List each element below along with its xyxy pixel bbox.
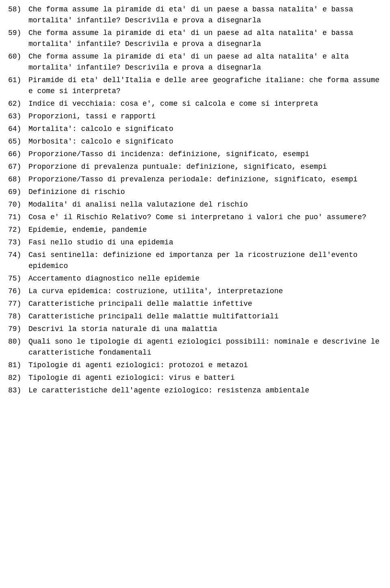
item-text: Che forma assume la piramide di eta' di … — [28, 28, 382, 50]
item-number: 65) — [8, 136, 28, 147]
item-number: 64) — [8, 124, 28, 135]
item-text: Descrivi la storia naturale di una malat… — [28, 324, 382, 335]
item-text: Indice di vecchiaia: cosa e', come si ca… — [28, 98, 382, 109]
list-item: 66)Proporzione/Tasso di incidenza: defin… — [8, 149, 382, 160]
item-text: Piramide di eta' dell'Italia e delle are… — [28, 75, 382, 97]
list-item: 77)Caratteristiche principali delle mala… — [8, 298, 382, 309]
list-item: 70)Modalita' di analisi nella valutazion… — [8, 199, 382, 210]
list-item: 75)Accertamento diagnostico nelle epidem… — [8, 273, 382, 284]
item-text: Le caratteristiche dell'agente eziologic… — [28, 385, 382, 396]
list-item: 71)Cosa e' il Rischio Relativo? Come si … — [8, 212, 382, 223]
item-number: 61) — [8, 75, 28, 86]
item-number: 68) — [8, 174, 28, 185]
item-text: Epidemie, endemie, pandemie — [28, 224, 382, 235]
item-number: 79) — [8, 324, 28, 335]
list-item: 64)Mortalita': calcolo e significato — [8, 124, 382, 135]
item-text: Caratteristiche principali delle malatti… — [28, 311, 382, 322]
list-item: 81)Tipologie di agenti eziologici: proto… — [8, 360, 382, 371]
item-number: 72) — [8, 224, 28, 235]
item-number: 60) — [8, 51, 28, 62]
item-number: 76) — [8, 286, 28, 297]
item-text: Tipologie di agenti eziologici: protozoi… — [28, 360, 382, 371]
item-number: 69) — [8, 187, 28, 198]
item-text: La curva epidemica: costruzione, utilita… — [28, 286, 382, 297]
item-text: Proporzione di prevalenza puntuale: defi… — [28, 161, 382, 172]
list-item: 82)Tipologie di agenti eziologici: virus… — [8, 372, 382, 383]
item-text: Definizione di rischio — [28, 187, 382, 198]
item-text: Casi sentinella: definizione ed importan… — [28, 250, 382, 272]
item-number: 59) — [8, 28, 28, 39]
list-item: 73)Fasi nello studio di una epidemia — [8, 237, 382, 248]
item-text: Che forma assume la piramide di eta' di … — [28, 51, 382, 73]
item-number: 81) — [8, 360, 28, 371]
list-item: 58)Che forma assume la piramide di eta' … — [8, 4, 382, 26]
item-text: Modalita' di analisi nella valutazione d… — [28, 199, 382, 210]
list-item: 69)Definizione di rischio — [8, 187, 382, 198]
item-number: 78) — [8, 311, 28, 322]
main-content: 58)Che forma assume la piramide di eta' … — [8, 4, 382, 396]
item-number: 82) — [8, 372, 28, 383]
item-number: 63) — [8, 111, 28, 122]
item-number: 66) — [8, 149, 28, 160]
list-item: 59)Che forma assume la piramide di eta' … — [8, 28, 382, 50]
item-text: Cosa e' il Rischio Relativo? Come si int… — [28, 212, 382, 223]
item-number: 58) — [8, 4, 28, 15]
item-text: Fasi nello studio di una epidemia — [28, 237, 382, 248]
list-item: 67)Proporzione di prevalenza puntuale: d… — [8, 161, 382, 172]
item-text: Che forma assume la piramide di eta' di … — [28, 4, 382, 26]
item-text: Accertamento diagnostico nelle epidemie — [28, 273, 382, 284]
list-item: 65)Morbosita': calcolo e significato — [8, 136, 382, 147]
item-number: 75) — [8, 273, 28, 284]
list-item: 68)Proporzione/Tasso di prevalenza perio… — [8, 174, 382, 185]
item-text: Proporzioni, tassi e rapporti — [28, 111, 382, 122]
item-number: 71) — [8, 212, 28, 223]
item-number: 67) — [8, 161, 28, 172]
list-item: 78)Caratteristiche principali delle mala… — [8, 311, 382, 322]
item-number: 73) — [8, 237, 28, 248]
list-item: 74)Casi sentinella: definizione ed impor… — [8, 250, 382, 272]
list-item: 60)Che forma assume la piramide di eta' … — [8, 51, 382, 73]
item-number: 80) — [8, 336, 28, 347]
item-text: Proporzione/Tasso di prevalenza periodal… — [28, 174, 382, 185]
list-item: 61)Piramide di eta' dell'Italia e delle … — [8, 75, 382, 97]
list-item: 83)Le caratteristiche dell'agente eziolo… — [8, 385, 382, 396]
item-number: 74) — [8, 250, 28, 261]
list-item: 63)Proporzioni, tassi e rapporti — [8, 111, 382, 122]
item-text: Quali sono le tipologie di agenti eziolo… — [28, 336, 382, 358]
item-number: 83) — [8, 385, 28, 396]
item-text: Caratteristiche principali delle malatti… — [28, 298, 382, 309]
item-number: 70) — [8, 199, 28, 210]
item-number: 77) — [8, 298, 28, 309]
item-text: Mortalita': calcolo e significato — [28, 124, 382, 135]
list-item: 79)Descrivi la storia naturale di una ma… — [8, 324, 382, 335]
list-item: 76)La curva epidemica: costruzione, util… — [8, 286, 382, 297]
item-number: 62) — [8, 98, 28, 109]
item-text: Tipologie di agenti eziologici: virus e … — [28, 372, 382, 383]
list-item: 62)Indice di vecchiaia: cosa e', come si… — [8, 98, 382, 109]
list-item: 80)Quali sono le tipologie di agenti ezi… — [8, 336, 382, 358]
list-item: 72)Epidemie, endemie, pandemie — [8, 224, 382, 235]
item-text: Proporzione/Tasso di incidenza: definizi… — [28, 149, 382, 160]
item-text: Morbosita': calcolo e significato — [28, 136, 382, 147]
